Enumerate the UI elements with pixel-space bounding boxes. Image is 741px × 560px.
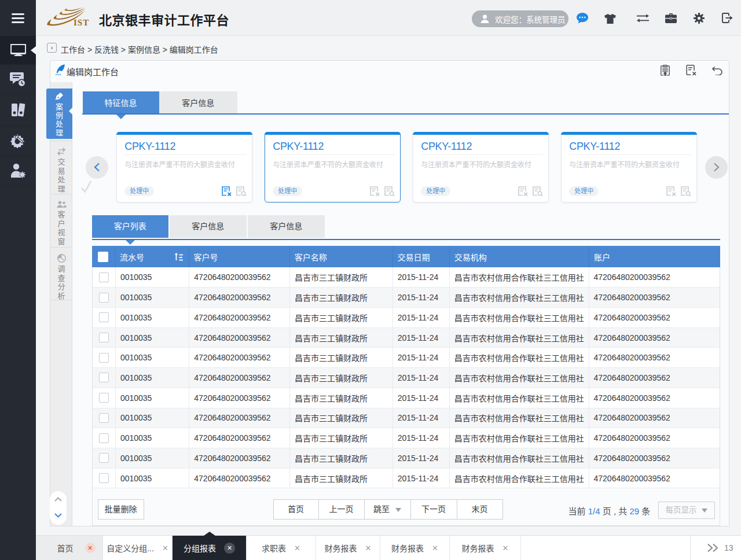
svg-text:IST: IST bbox=[74, 18, 89, 27]
